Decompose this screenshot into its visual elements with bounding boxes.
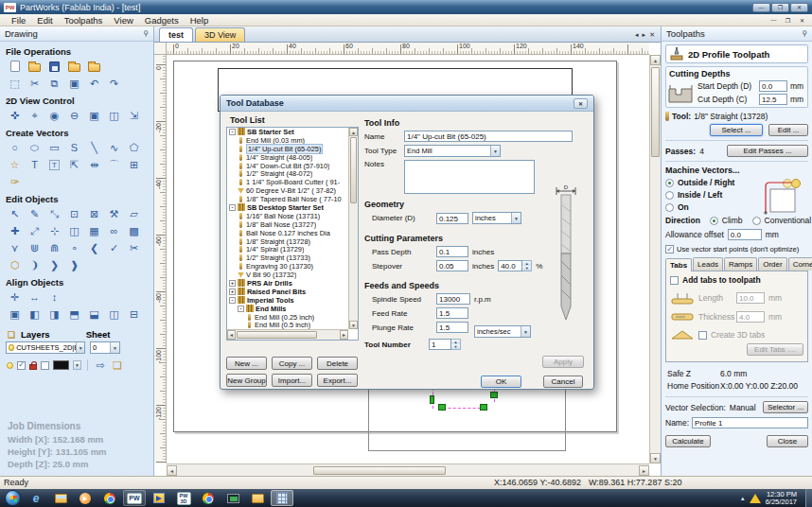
calculator-icon[interactable] bbox=[271, 490, 293, 506]
node-edit-icon[interactable]: ✎ bbox=[26, 206, 43, 221]
array-copy-icon[interactable]: ▦ bbox=[86, 223, 102, 238]
distribute-v-icon[interactable]: ⊟ bbox=[126, 306, 142, 322]
use-start-points-checkbox[interactable]: ✓ bbox=[665, 245, 674, 254]
scale-icon[interactable]: ⊡ bbox=[66, 206, 82, 221]
spin-down-icon[interactable]: ▼ bbox=[522, 266, 531, 271]
feed-rate-input[interactable]: 1.5 bbox=[436, 307, 468, 319]
align-left-icon[interactable]: ◧ bbox=[26, 306, 43, 322]
zoom-out-icon[interactable]: ⊖ bbox=[66, 108, 82, 123]
tree-item[interactable]: 1/4" Straight (48-005) bbox=[227, 153, 358, 162]
collapse-icon[interactable]: - bbox=[229, 297, 236, 304]
shopbot-icon[interactable] bbox=[148, 490, 170, 506]
outside-right-radio[interactable] bbox=[665, 179, 674, 187]
hscroll-thumb[interactable] bbox=[313, 466, 446, 475]
notes-textarea[interactable] bbox=[404, 160, 535, 194]
scroll-up-icon[interactable]: ▲ bbox=[349, 128, 358, 136]
taskbar-clock[interactable]: 12:30 PM 6/25/2017 bbox=[766, 491, 797, 506]
import-button[interactable]: Import... bbox=[272, 374, 312, 387]
align-v-center-icon[interactable]: ↕ bbox=[46, 289, 62, 305]
mirror-icon[interactable]: ◫ bbox=[66, 223, 82, 238]
lock-icon[interactable] bbox=[29, 364, 37, 370]
tab-thickness-input[interactable]: 4.0 bbox=[736, 311, 765, 323]
horizontal-scrollbar[interactable]: ◄ ► bbox=[167, 463, 649, 476]
boxed-text-icon[interactable]: T bbox=[46, 157, 62, 172]
link-icon[interactable]: ∞ bbox=[106, 223, 122, 238]
mdi-close-button[interactable]: ✕ bbox=[796, 15, 808, 25]
polygon-icon[interactable]: ⬠ bbox=[126, 140, 142, 155]
layer-locked-checkbox[interactable] bbox=[41, 361, 49, 370]
tab-next-icon[interactable]: ▸ bbox=[643, 31, 646, 39]
selection-handle[interactable] bbox=[438, 404, 446, 411]
zoom-window-icon[interactable]: ⌖ bbox=[26, 108, 43, 123]
scroll-right-icon[interactable]: ► bbox=[639, 465, 649, 476]
align-center-icon[interactable]: ✛ bbox=[7, 289, 23, 305]
scissors-icon[interactable]: ✂ bbox=[126, 240, 142, 255]
drive-tray-icon[interactable] bbox=[750, 494, 761, 503]
tab-order[interactable]: Order bbox=[758, 257, 786, 271]
close-panel-button[interactable]: Close bbox=[767, 435, 808, 447]
toolpath-name-input[interactable]: Profile 1 bbox=[692, 417, 808, 428]
draw-icon[interactable]: ✑ bbox=[7, 174, 23, 189]
tree-item[interactable]: +Raised Panel Bits bbox=[227, 288, 358, 296]
align-bottom-icon[interactable]: ⬓ bbox=[86, 306, 102, 322]
menu-edit[interactable]: Edit bbox=[31, 15, 58, 26]
mdi-restore-button[interactable]: ❐ bbox=[782, 15, 794, 25]
open-file-icon[interactable] bbox=[26, 59, 43, 74]
collapse-icon[interactable]: - bbox=[229, 129, 236, 135]
tree-horizontal-scrollbar[interactable]: ◄ ► bbox=[227, 329, 348, 340]
chevron-down-icon[interactable]: ▼ bbox=[76, 342, 84, 353]
delete-icon[interactable]: ⊠ bbox=[86, 206, 102, 221]
tree-item[interactable]: 1/4" Spiral (13729) bbox=[227, 245, 358, 254]
scroll-right-icon[interactable]: ► bbox=[340, 330, 348, 340]
tab-close-icon[interactable]: ✕ bbox=[649, 31, 655, 39]
weld-icon[interactable]: ⋓ bbox=[26, 240, 43, 255]
fit-curves-icon[interactable]: ❯ bbox=[46, 257, 62, 272]
center-on-sheet-icon[interactable]: ▣ bbox=[7, 306, 23, 322]
tree-item[interactable]: -SB Starter Set bbox=[227, 128, 358, 136]
polyline-icon[interactable]: ∿ bbox=[106, 140, 122, 155]
center-icon[interactable]: ⊹ bbox=[46, 223, 62, 238]
layer-select[interactable]: CUTSHEETS_2D|EXT ▼ bbox=[6, 341, 85, 354]
rectangle-icon[interactable]: ▭ bbox=[46, 140, 62, 155]
tool-number-stepper[interactable]: 1 ▲▼ bbox=[429, 339, 461, 350]
tree-hscroll-thumb[interactable] bbox=[237, 331, 317, 339]
show-desktop-button[interactable] bbox=[805, 489, 812, 507]
tab-length-input[interactable]: 10.0 bbox=[736, 292, 765, 304]
partworks3d-taskbar-icon[interactable]: PW 3D bbox=[172, 490, 195, 506]
tab-ramps[interactable]: Ramps bbox=[724, 257, 757, 271]
tree-item[interactable]: 1/8" Ball Nose (13727) bbox=[227, 220, 358, 229]
tree-item[interactable]: 1/8" Tapered Ball Nose ( 77-10 bbox=[227, 195, 358, 203]
toggle-3d-view-icon[interactable]: ⇲ bbox=[126, 108, 142, 123]
tray-expand-icon[interactable]: ▴ bbox=[741, 495, 745, 502]
on-radio[interactable] bbox=[665, 203, 674, 212]
cut-icon[interactable]: ✂ bbox=[26, 76, 43, 91]
vector-boundary-icon[interactable]: ⬡ bbox=[7, 257, 23, 272]
smooth-icon[interactable]: ✓ bbox=[106, 240, 122, 255]
tab-3d-view[interactable]: 3D View bbox=[195, 27, 245, 42]
tree-item[interactable]: 1 1/4" Spoil-Board Cutter ( 91- bbox=[227, 178, 358, 186]
folder-icon[interactable] bbox=[246, 490, 269, 506]
pin-icon[interactable]: ⚲ bbox=[802, 29, 807, 38]
selection-handle[interactable] bbox=[490, 392, 498, 398]
vertical-scrollbar[interactable]: ▲ ▼ bbox=[649, 55, 661, 463]
nest-icon[interactable]: ▩ bbox=[126, 223, 142, 238]
vscroll-thumb[interactable] bbox=[651, 67, 660, 157]
text-spacing-icon[interactable]: ⇹ bbox=[86, 157, 102, 172]
select-all-icon[interactable]: ⬚ bbox=[7, 76, 23, 91]
export-button[interactable]: Export... bbox=[317, 374, 358, 387]
delete-tool-button[interactable]: Delete bbox=[317, 357, 358, 370]
collapse-icon[interactable]: - bbox=[229, 204, 236, 211]
mdi-minimize-button[interactable]: — bbox=[768, 15, 780, 25]
remote-desktop-icon[interactable] bbox=[221, 490, 244, 506]
select-icon[interactable]: ↖ bbox=[7, 206, 23, 221]
tab-prev-icon[interactable]: ◂ bbox=[635, 31, 639, 39]
new-file-icon[interactable] bbox=[7, 59, 23, 74]
paste-array-icon[interactable]: ⊞ bbox=[126, 157, 142, 172]
tree-item[interactable]: -Imperial Tools bbox=[227, 296, 358, 305]
apply-button[interactable]: Apply bbox=[542, 356, 584, 368]
selection-handle[interactable] bbox=[480, 404, 487, 411]
tool-type-select[interactable]: End Mill ▼ bbox=[404, 145, 501, 157]
edit-passes-button[interactable]: Edit Passes ... bbox=[727, 145, 808, 157]
chevron-down-icon[interactable]: ▼ bbox=[490, 146, 500, 156]
tab-corners[interactable]: Corners bbox=[788, 257, 812, 271]
